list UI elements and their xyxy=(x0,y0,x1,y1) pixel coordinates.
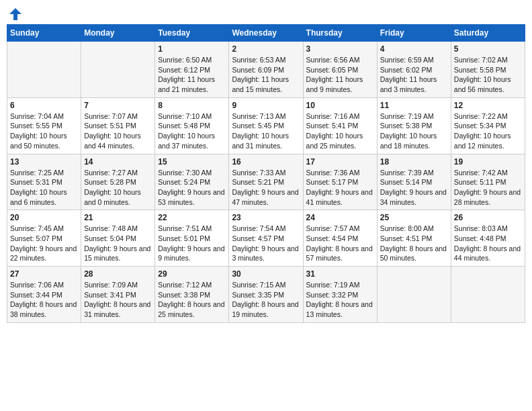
calendar-cell: 14Sunrise: 7:27 AMSunset: 5:28 PMDayligh… xyxy=(81,154,155,210)
calendar-cell: 15Sunrise: 7:30 AMSunset: 5:24 PMDayligh… xyxy=(155,154,229,210)
cell-content: Sunrise: 7:10 AM xyxy=(158,111,226,122)
day-number: 26 xyxy=(454,213,522,222)
calendar-cell: 26Sunrise: 8:03 AMSunset: 4:48 PMDayligh… xyxy=(451,210,525,267)
day-number: 6 xyxy=(10,101,78,110)
calendar-cell: 30Sunrise: 7:15 AMSunset: 3:35 PMDayligh… xyxy=(229,267,303,323)
cell-content: Sunset: 5:38 PM xyxy=(380,121,448,131)
calendar-header-monday: Monday xyxy=(81,25,155,42)
day-number: 15 xyxy=(158,157,226,167)
cell-content: Daylight: 10 hours and 56 minutes. xyxy=(454,75,522,94)
cell-content: Sunrise: 7:57 AM xyxy=(306,224,374,234)
cell-content: Daylight: 9 hours and 34 minutes. xyxy=(380,187,448,207)
cell-content: Sunset: 5:28 PM xyxy=(84,177,152,187)
cell-content: Sunset: 6:05 PM xyxy=(306,65,374,75)
cell-content: Sunrise: 8:00 AM xyxy=(380,224,448,234)
cell-content: Daylight: 10 hours and 25 minutes. xyxy=(306,131,374,150)
cell-content: Sunset: 6:09 PM xyxy=(232,65,300,75)
day-number: 19 xyxy=(454,157,522,167)
day-number: 16 xyxy=(232,157,300,167)
cell-content: Sunrise: 7:12 AM xyxy=(158,280,226,290)
cell-content: Sunset: 5:17 PM xyxy=(306,177,374,187)
cell-content: Sunset: 4:54 PM xyxy=(306,234,374,244)
svg-marker-0 xyxy=(9,8,21,20)
day-number: 28 xyxy=(84,269,152,279)
day-number: 17 xyxy=(306,157,374,167)
cell-content: Sunrise: 6:53 AM xyxy=(232,55,300,65)
calendar-cell: 17Sunrise: 7:36 AMSunset: 5:17 PMDayligh… xyxy=(303,154,377,210)
cell-content: Daylight: 9 hours and 41 minutes. xyxy=(306,187,374,207)
cell-content: Sunset: 5:01 PM xyxy=(158,234,226,244)
calendar-cell xyxy=(7,42,81,98)
calendar-cell: 20Sunrise: 7:45 AMSunset: 5:07 PMDayligh… xyxy=(7,210,81,267)
calendar-cell: 12Sunrise: 7:22 AMSunset: 5:34 PMDayligh… xyxy=(451,97,525,154)
cell-content: Daylight: 10 hours and 44 minutes. xyxy=(84,131,152,150)
day-number: 24 xyxy=(306,213,374,222)
calendar-table: SundayMondayTuesdayWednesdayThursdayFrid… xyxy=(7,24,525,323)
cell-content: Sunrise: 6:50 AM xyxy=(158,55,226,65)
calendar-cell: 11Sunrise: 7:19 AMSunset: 5:38 PMDayligh… xyxy=(377,97,451,154)
cell-content: Daylight: 10 hours and 31 minutes. xyxy=(232,131,300,150)
cell-content: Sunrise: 7:39 AM xyxy=(380,168,448,178)
cell-content: Sunset: 6:12 PM xyxy=(158,65,226,75)
calendar-cell: 22Sunrise: 7:51 AMSunset: 5:01 PMDayligh… xyxy=(155,210,229,267)
cell-content: Sunset: 3:35 PM xyxy=(232,290,300,300)
day-number: 7 xyxy=(84,101,152,110)
cell-content: Daylight: 11 hours and 15 minutes. xyxy=(232,75,300,94)
cell-content: Sunset: 5:45 PM xyxy=(232,121,300,131)
day-number: 25 xyxy=(380,213,448,222)
day-number: 23 xyxy=(232,213,300,222)
calendar-cell: 10Sunrise: 7:16 AMSunset: 5:41 PMDayligh… xyxy=(303,97,377,154)
calendar-header-sunday: Sunday xyxy=(7,25,81,42)
calendar-header-thursday: Thursday xyxy=(303,25,377,42)
calendar-cell: 16Sunrise: 7:33 AMSunset: 5:21 PMDayligh… xyxy=(229,154,303,210)
cell-content: Daylight: 10 hours and 6 minutes. xyxy=(10,187,78,207)
cell-content: Sunset: 4:57 PM xyxy=(232,234,300,244)
cell-content: Sunset: 5:14 PM xyxy=(380,177,448,187)
calendar-cell: 24Sunrise: 7:57 AMSunset: 4:54 PMDayligh… xyxy=(303,210,377,267)
cell-content: Daylight: 10 hours and 50 minutes. xyxy=(10,131,78,150)
cell-content: Daylight: 8 hours and 50 minutes. xyxy=(380,244,448,263)
calendar-cell: 13Sunrise: 7:25 AMSunset: 5:31 PMDayligh… xyxy=(7,154,81,210)
cell-content: Sunrise: 6:56 AM xyxy=(306,55,374,65)
cell-content: Daylight: 9 hours and 3 minutes. xyxy=(232,244,300,263)
cell-content: Daylight: 8 hours and 38 minutes. xyxy=(10,300,78,319)
day-number: 8 xyxy=(158,101,226,110)
cell-content: Sunset: 4:51 PM xyxy=(380,234,448,244)
calendar-week-row: 13Sunrise: 7:25 AMSunset: 5:31 PMDayligh… xyxy=(7,154,525,210)
cell-content: Daylight: 11 hours and 21 minutes. xyxy=(158,75,226,94)
cell-content: Daylight: 9 hours and 28 minutes. xyxy=(454,187,522,207)
day-number: 5 xyxy=(454,44,522,54)
day-number: 10 xyxy=(306,101,374,110)
cell-content: Sunset: 6:02 PM xyxy=(380,65,448,75)
cell-content: Sunrise: 7:25 AM xyxy=(10,168,78,178)
calendar-cell: 2Sunrise: 6:53 AMSunset: 6:09 PMDaylight… xyxy=(229,42,303,98)
cell-content: Sunrise: 7:48 AM xyxy=(84,224,152,234)
cell-content: Daylight: 10 hours and 12 minutes. xyxy=(454,131,522,150)
calendar-cell: 29Sunrise: 7:12 AMSunset: 3:38 PMDayligh… xyxy=(155,267,229,323)
cell-content: Sunrise: 7:19 AM xyxy=(306,280,374,290)
calendar-week-row: 27Sunrise: 7:06 AMSunset: 3:44 PMDayligh… xyxy=(7,267,525,323)
cell-content: Sunrise: 7:36 AM xyxy=(306,168,374,178)
cell-content: Daylight: 10 hours and 18 minutes. xyxy=(380,131,448,150)
cell-content: Daylight: 11 hours and 3 minutes. xyxy=(380,75,448,94)
cell-content: Sunrise: 7:15 AM xyxy=(232,280,300,290)
calendar-week-row: 1Sunrise: 6:50 AMSunset: 6:12 PMDaylight… xyxy=(7,42,525,98)
cell-content: Daylight: 10 hours and 0 minutes. xyxy=(84,187,152,207)
cell-content: Sunrise: 7:13 AM xyxy=(232,111,300,122)
calendar-cell xyxy=(377,267,451,323)
cell-content: Daylight: 9 hours and 9 minutes. xyxy=(158,244,226,263)
cell-content: Sunrise: 7:54 AM xyxy=(232,224,300,234)
cell-content: Sunrise: 7:30 AM xyxy=(158,168,226,178)
cell-content: Sunrise: 7:02 AM xyxy=(454,55,522,65)
day-number: 30 xyxy=(232,269,300,279)
calendar-week-row: 6Sunrise: 7:04 AMSunset: 5:55 PMDaylight… xyxy=(7,97,525,154)
calendar-header-row: SundayMondayTuesdayWednesdayThursdayFrid… xyxy=(7,25,525,42)
cell-content: Sunset: 3:32 PM xyxy=(306,290,374,300)
calendar-cell: 4Sunrise: 6:59 AMSunset: 6:02 PMDaylight… xyxy=(377,42,451,98)
cell-content: Daylight: 9 hours and 53 minutes. xyxy=(158,187,226,207)
day-number: 12 xyxy=(454,101,522,110)
day-number: 3 xyxy=(306,44,374,54)
calendar-cell xyxy=(451,267,525,323)
cell-content: Sunrise: 7:33 AM xyxy=(232,168,300,178)
calendar-cell: 9Sunrise: 7:13 AMSunset: 5:45 PMDaylight… xyxy=(229,97,303,154)
